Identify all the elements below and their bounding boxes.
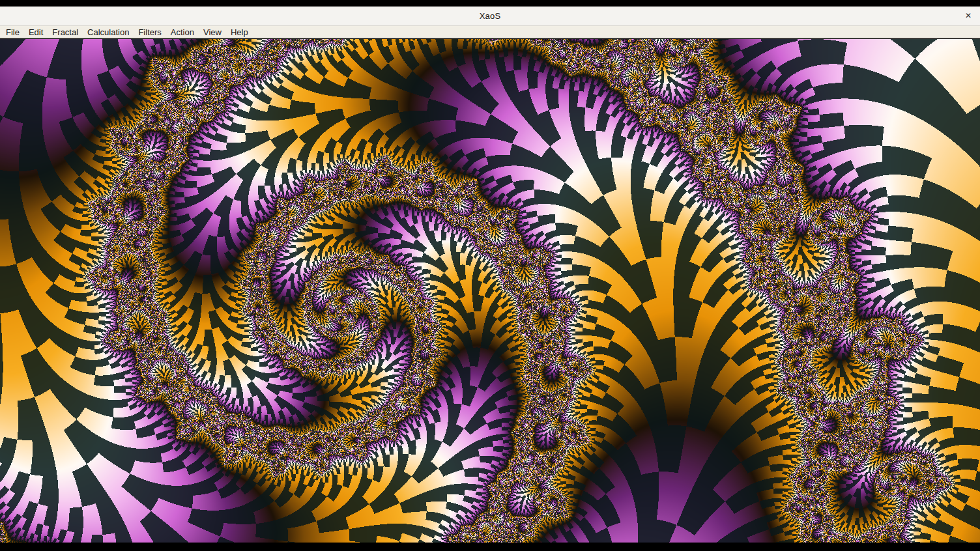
menu-item-help[interactable]: Help bbox=[226, 26, 253, 38]
menu-bar: File Edit Fractal Calculation Filters Ac… bbox=[0, 26, 980, 38]
screen: XaoS ✕ File Edit Fractal Calculation Fil… bbox=[0, 0, 980, 551]
window-titlebar: XaoS ✕ bbox=[0, 7, 980, 26]
close-icon: ✕ bbox=[965, 11, 972, 20]
menu-item-view[interactable]: View bbox=[199, 26, 226, 38]
window-bottom-strip bbox=[0, 543, 980, 551]
window-close-button[interactable]: ✕ bbox=[960, 8, 976, 23]
menu-item-action[interactable]: Action bbox=[166, 26, 199, 38]
window-top-strip bbox=[0, 0, 980, 7]
menu-item-edit[interactable]: Edit bbox=[24, 26, 48, 38]
window-title: XaoS bbox=[0, 7, 980, 25]
menu-item-fractal[interactable]: Fractal bbox=[48, 26, 83, 38]
fractal-canvas[interactable] bbox=[0, 39, 980, 543]
menu-item-filters[interactable]: Filters bbox=[134, 26, 166, 38]
menu-item-file[interactable]: File bbox=[1, 26, 24, 38]
menu-item-calculation[interactable]: Calculation bbox=[83, 26, 134, 38]
